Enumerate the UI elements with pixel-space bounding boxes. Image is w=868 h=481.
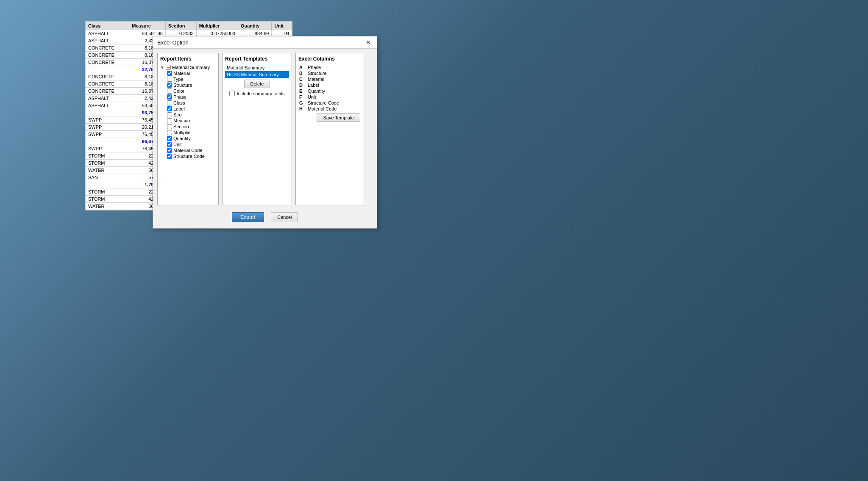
tree-item-label: Phase: [173, 94, 186, 100]
table-cell: SWPP: [86, 145, 129, 152]
col-header-measure: Measure: [129, 22, 166, 30]
dialog-title: Excel Option: [157, 39, 189, 46]
tree-item-checkbox[interactable]: [167, 112, 172, 117]
column-name: Material Code: [308, 106, 337, 111]
tree-item-label: Material: [173, 71, 190, 76]
col-header-quantity: Quantity: [238, 22, 272, 30]
dialog-close-button[interactable]: ✕: [364, 39, 373, 46]
tree-item-material-summary[interactable]: ▼Material Summary: [160, 64, 216, 70]
tree-item-label: Measure: [173, 118, 192, 123]
tree-item-type[interactable]: Type: [167, 76, 216, 82]
tree-item-label: Type: [173, 77, 184, 82]
column-letter: B: [299, 71, 305, 76]
table-cell: SAN: [86, 174, 129, 181]
table-cell: [86, 181, 129, 188]
tree-item-phase[interactable]: Phase: [167, 94, 216, 100]
column-name: Unit: [308, 94, 316, 100]
tree-item-checkbox[interactable]: [167, 130, 172, 135]
tree-item-checkbox[interactable]: [167, 71, 172, 76]
delete-button[interactable]: Delete: [244, 80, 270, 88]
excel-columns-panel: Excel Columns APhaseBStructureCMaterialD…: [295, 53, 363, 205]
table-cell: CONCRETE: [86, 44, 129, 52]
report-items-tree: ▼Material SummaryMaterialTypeStructureCo…: [160, 64, 216, 159]
table-cell: CONCRETE: [86, 52, 129, 59]
table-cell: STORM: [86, 160, 129, 167]
report-templates-header: Report Templates: [225, 56, 289, 62]
table-cell: CONCRETE: [86, 80, 129, 88]
excel-column-item: DLabel: [298, 82, 360, 88]
table-cell: WATER: [86, 167, 129, 174]
table-cell: STORM: [86, 152, 129, 160]
tree-item-measure[interactable]: Measure: [167, 118, 216, 124]
column-letter: A: [299, 65, 305, 70]
tree-item-checkbox[interactable]: [167, 118, 172, 123]
table-cell: [86, 138, 129, 145]
tree-item-label[interactable]: Label: [167, 106, 216, 112]
tree-item-checkbox[interactable]: [167, 77, 172, 82]
desktop: Class Measure Section Multiplier Quantit…: [0, 0, 868, 481]
tree-item-structure-code[interactable]: Structure Code: [167, 153, 216, 159]
tree-item-quantity[interactable]: Quantity: [167, 135, 216, 141]
tree-item-checkbox[interactable]: [166, 65, 171, 70]
report-items-panel: Report Items ▼Material SummaryMaterialTy…: [157, 53, 219, 205]
template-actions: Delete Include summary totals: [225, 78, 289, 96]
template-list-item[interactable]: Material Summary: [225, 64, 289, 71]
tree-expand-icon[interactable]: ▼: [160, 65, 164, 70]
tree-item-material[interactable]: Material: [167, 70, 216, 76]
column-name: Structure: [308, 71, 327, 76]
tree-item-checkbox[interactable]: [167, 154, 172, 159]
save-template-button[interactable]: Save Template: [317, 113, 360, 122]
tree-item-class[interactable]: Class: [167, 100, 216, 106]
tree-item-structure[interactable]: Structure: [167, 82, 216, 88]
tree-item-label: Class: [173, 100, 185, 105]
excel-column-item: BStructure: [298, 70, 360, 76]
tree-item-section[interactable]: Section: [167, 124, 216, 130]
save-template-area: Save Template: [298, 112, 360, 124]
tree-item-checkbox[interactable]: [167, 88, 172, 94]
tree-item-checkbox[interactable]: [167, 136, 172, 141]
tree-item-label: Seq: [173, 112, 182, 117]
table-cell: WATER: [86, 203, 129, 210]
tree-item-checkbox[interactable]: [167, 124, 172, 129]
table-cell: ASPHALT: [86, 30, 129, 37]
export-button[interactable]: Export: [232, 212, 264, 222]
report-templates-panel: Report Templates Material SummaryHCSS Ma…: [222, 53, 292, 205]
tree-item-checkbox[interactable]: [167, 148, 172, 153]
tree-item-checkbox[interactable]: [167, 94, 172, 100]
template-list-item[interactable]: HCSS Material Summary: [225, 71, 289, 78]
excel-column-item: FUnit: [298, 94, 360, 100]
dialog-footer: Export Cancel: [157, 209, 373, 224]
tree-item-material-code[interactable]: Material Code: [167, 147, 216, 153]
excel-option-dialog: Excel Option ✕ Report Items ▼Material Su…: [153, 36, 377, 229]
table-cell: ASPHALT: [86, 95, 129, 102]
excel-columns-header: Excel Columns: [298, 56, 360, 62]
column-letter: F: [299, 94, 305, 100]
table-cell: [86, 109, 129, 116]
column-name: Label: [308, 83, 319, 88]
tree-item-label: Unit: [173, 142, 182, 147]
table-cell: SWPP: [86, 131, 129, 138]
include-summary-checkbox[interactable]: [229, 91, 235, 96]
include-summary-row: Include summary totals: [229, 91, 284, 96]
tree-item-checkbox[interactable]: [167, 142, 172, 147]
tree-item-seq[interactable]: Seq: [167, 112, 216, 118]
excel-column-item: HMaterial Code: [298, 106, 360, 112]
tree-item-color[interactable]: Color: [167, 88, 216, 94]
table-cell: STORM: [86, 196, 129, 203]
tree-item-label: Material Summary: [172, 65, 210, 70]
column-name: Material: [308, 77, 324, 82]
table-cell: CONCRETE: [86, 73, 129, 80]
col-header-section: Section: [165, 22, 196, 30]
tree-item-unit[interactable]: Unit: [167, 141, 216, 147]
column-letter: G: [299, 100, 305, 105]
excel-column-item: CMaterial: [298, 76, 360, 82]
column-letter: D: [299, 83, 305, 88]
tree-item-checkbox[interactable]: [167, 100, 172, 105]
template-list: Material SummaryHCSS Material Summary: [225, 64, 289, 78]
column-letter: E: [299, 88, 305, 94]
tree-item-multiplier[interactable]: Multiplier: [167, 130, 216, 135]
tree-item-checkbox[interactable]: [167, 106, 172, 111]
tree-item-checkbox[interactable]: [167, 83, 172, 88]
cancel-button[interactable]: Cancel: [271, 212, 298, 222]
report-items-header: Report Items: [160, 56, 216, 62]
